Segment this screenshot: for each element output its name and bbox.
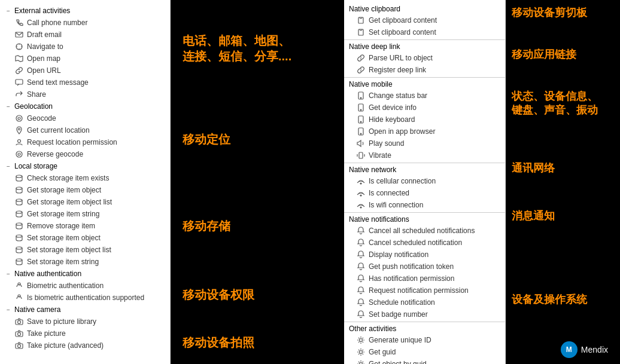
list-item[interactable]: Get storage item object bbox=[12, 184, 170, 196]
list-item[interactable]: Call phone number bbox=[12, 17, 170, 29]
link-icon bbox=[356, 65, 366, 75]
list-item[interactable]: Reverse geocode bbox=[12, 148, 170, 160]
list-item[interactable]: Get current location bbox=[12, 124, 170, 136]
list-item[interactable]: Set clipboard content bbox=[344, 26, 505, 38]
item-label: Is wifi connection bbox=[369, 201, 423, 209]
other-icon bbox=[356, 347, 366, 357]
section-header-geolocation[interactable]: −Geolocation bbox=[0, 100, 170, 112]
list-item[interactable]: Generate unique ID bbox=[344, 334, 505, 346]
collapse-icon-local-storage[interactable]: − bbox=[5, 163, 12, 170]
list-item[interactable]: Get clipboard content bbox=[344, 14, 505, 26]
collapse-icon-geolocation[interactable]: − bbox=[5, 103, 12, 110]
list-item[interactable]: Set storage item object list bbox=[12, 244, 170, 256]
section-header-native-camera[interactable]: −Native camera bbox=[0, 304, 170, 316]
svg-point-40 bbox=[360, 351, 363, 354]
section-header-external-activities[interactable]: −External activities bbox=[0, 5, 170, 17]
list-item[interactable]: Play sound bbox=[344, 137, 505, 149]
other-icon bbox=[356, 359, 366, 364]
list-item[interactable]: Open map bbox=[12, 53, 170, 65]
list-item[interactable]: Change status bar bbox=[344, 90, 505, 102]
right-section-title-native-clipboard: Native clipboard bbox=[349, 5, 400, 13]
list-item[interactable]: Set storage item string bbox=[12, 256, 170, 268]
list-item[interactable]: Remove storage item bbox=[12, 220, 170, 232]
list-item[interactable]: Set badge number bbox=[344, 308, 505, 320]
clipboard-icon bbox=[356, 27, 366, 37]
storage-icon bbox=[14, 245, 24, 255]
list-item[interactable]: Cancel all scheduled notifications bbox=[344, 225, 505, 237]
list-item[interactable]: Register deep link bbox=[344, 64, 505, 76]
item-label: Get storage item object list bbox=[27, 198, 112, 206]
right-section-header-native-notifications: Native notifications bbox=[344, 212, 505, 225]
list-item[interactable]: Request location permission bbox=[12, 136, 170, 148]
list-item[interactable]: Is biometric authentication supported bbox=[12, 292, 170, 304]
list-item[interactable]: Schedule notification bbox=[344, 296, 505, 308]
list-item[interactable]: Take picture bbox=[12, 328, 170, 339]
mendix-logo: M Mendix bbox=[561, 341, 608, 358]
list-item[interactable]: Has notification permission bbox=[344, 273, 505, 285]
list-item[interactable]: Is cellular connection bbox=[344, 175, 505, 187]
list-item[interactable]: Get object by guid bbox=[344, 358, 505, 364]
list-item[interactable]: Parse URL to object bbox=[344, 52, 505, 64]
item-label: Get object by guid bbox=[369, 360, 427, 364]
list-item[interactable]: Save to picture library bbox=[12, 316, 170, 328]
list-item[interactable]: Get guid bbox=[344, 346, 505, 358]
section-title-native-camera: Native camera bbox=[14, 305, 60, 314]
list-item[interactable]: Biometric authentication bbox=[12, 280, 170, 292]
link-icon bbox=[356, 53, 366, 63]
list-item[interactable]: Take picture (advanced) bbox=[12, 339, 170, 351]
list-item[interactable]: Hide keyboard bbox=[344, 114, 505, 126]
left-panel: −External activitiesCall phone numberDra… bbox=[0, 0, 171, 364]
svg-point-28 bbox=[360, 97, 361, 99]
list-item[interactable]: Vibrate bbox=[344, 149, 505, 161]
list-item[interactable]: Open URL bbox=[12, 65, 170, 77]
list-item[interactable]: Get storage item object list bbox=[12, 196, 170, 208]
notif-icon bbox=[356, 238, 366, 247]
list-item[interactable]: Share bbox=[12, 88, 170, 100]
item-label: Generate unique ID bbox=[369, 336, 431, 344]
collapse-icon-external-activities[interactable]: − bbox=[5, 7, 12, 14]
svg-point-15 bbox=[16, 247, 22, 249]
svg-point-9 bbox=[16, 175, 22, 178]
item-label: Call phone number bbox=[27, 19, 87, 27]
list-item[interactable]: Navigate to bbox=[12, 41, 170, 53]
item-label: Get push notification token bbox=[369, 262, 454, 271]
list-item[interactable]: Send text message bbox=[12, 77, 170, 88]
section-header-native-authentication[interactable]: −Native authentication bbox=[0, 268, 170, 280]
right-list: Native clipboardGet clipboard contentSet… bbox=[344, 0, 506, 364]
storage-icon bbox=[14, 221, 24, 231]
item-label: Get current location bbox=[27, 126, 90, 134]
list-item[interactable]: Display notification bbox=[344, 249, 505, 261]
svg-point-12 bbox=[16, 211, 22, 213]
svg-point-6 bbox=[18, 140, 21, 143]
right-annotation-1: 移动应用链接 bbox=[512, 48, 576, 62]
list-item[interactable]: Check storage item exists bbox=[12, 172, 170, 184]
navigate-icon bbox=[14, 42, 24, 51]
list-item[interactable]: Geocode bbox=[12, 112, 170, 124]
list-item[interactable]: Draft email bbox=[12, 29, 170, 41]
storage-icon bbox=[14, 173, 24, 183]
list-item[interactable]: Set storage item object bbox=[12, 232, 170, 244]
list-item[interactable]: Get device info bbox=[344, 102, 505, 114]
bio-icon bbox=[14, 281, 24, 290]
item-label: Set storage item string bbox=[27, 258, 99, 266]
phone-icon bbox=[14, 18, 24, 27]
collapse-icon-native-authentication[interactable]: − bbox=[5, 270, 12, 277]
section-items-external-activities: Call phone numberDraft emailNavigate toO… bbox=[0, 17, 170, 100]
list-item[interactable]: Is connected bbox=[344, 187, 505, 199]
list-item[interactable]: Is wifi connection bbox=[344, 199, 505, 211]
list-item[interactable]: Open in app browser bbox=[344, 126, 505, 137]
vibrate-icon bbox=[356, 151, 366, 160]
section-header-local-storage[interactable]: −Local storage bbox=[0, 160, 170, 172]
mendix-icon: M bbox=[561, 341, 578, 358]
middle-annotation-0: 电话、邮箱、地图、 连接、短信、分享.... bbox=[183, 33, 291, 64]
list-item[interactable]: Get storage item string bbox=[12, 208, 170, 220]
list-item[interactable]: Get push notification token bbox=[344, 261, 505, 273]
collapse-icon-native-camera[interactable]: − bbox=[5, 306, 12, 313]
svg-point-8 bbox=[18, 153, 20, 155]
item-label: Request notification permission bbox=[369, 286, 469, 295]
section-title-external-activities: External activities bbox=[14, 7, 70, 15]
svg-point-7 bbox=[16, 151, 22, 157]
list-item[interactable]: Cancel scheduled notification bbox=[344, 237, 505, 249]
item-label: Cancel scheduled notification bbox=[369, 238, 462, 247]
list-item[interactable]: Request notification permission bbox=[344, 285, 505, 296]
